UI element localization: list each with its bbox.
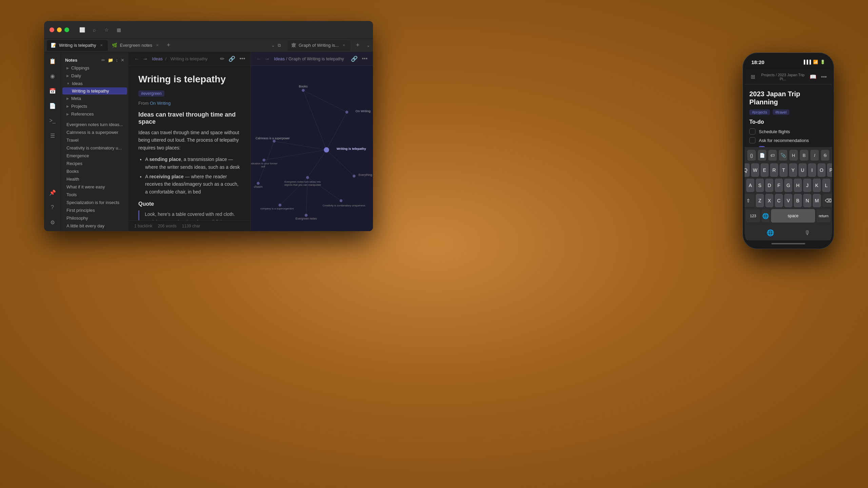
star-icon[interactable]: ☆ [103,26,110,33]
key-p[interactable]: P [827,163,832,177]
iphone-book-icon[interactable]: 📖 [809,73,817,81]
edit-icon[interactable]: ✏ [220,56,224,62]
sidebar-item-tools[interactable]: Tools [62,191,127,199]
tab-evergreen-close[interactable]: ✕ [155,43,160,48]
sidebar-item-true-fans[interactable]: 1,000 true fans [62,230,127,231]
sidebar-item-philosophy[interactable]: Philosophy [62,214,127,222]
back-arrow[interactable]: ← [134,56,140,62]
key-backspace[interactable]: ⌫ [822,194,832,207]
close-button[interactable] [50,27,54,32]
key-m[interactable]: M [813,194,821,207]
kb-italic-icon[interactable]: I [810,150,819,161]
layout-icon[interactable]: ▦ [115,26,122,33]
iphone-globe-icon[interactable]: 🌐 [767,229,774,237]
sidebar-item-calmness[interactable]: Calmness is a superpower [62,128,127,136]
kb-heading-icon[interactable]: H [789,150,798,161]
key-g[interactable]: G [784,179,792,192]
key-t[interactable]: T [780,163,788,177]
kb-bold-icon[interactable]: B [800,150,808,161]
key-return[interactable]: return [816,209,831,223]
key-f[interactable]: F [775,179,783,192]
sidebar-item-writing-telepathy[interactable]: Writing is telepathy [62,87,127,95]
key-shift[interactable]: ⇧ [745,194,754,207]
key-a[interactable]: A [746,179,754,192]
key-j[interactable]: J [803,179,811,192]
new-graph-tab-button[interactable]: + [353,41,362,50]
chevron-down-icon[interactable]: ⌄ [271,43,275,48]
more-icon[interactable]: ••• [239,56,245,62]
kb-attach-icon[interactable]: 📎 [779,150,787,161]
folder-icon[interactable]: 📁 [108,58,113,63]
key-n[interactable]: N [803,194,811,207]
sidebar-item-daily[interactable]: ▶ Daily [62,72,127,80]
sidebar-item-projects[interactable]: ▶ Projects [62,102,127,110]
notes-icon[interactable]: 📋 [48,56,57,66]
note-tag[interactable]: #evergreen [138,90,164,97]
sidebar-item-little-bit[interactable]: A little bit every day [62,222,127,230]
kb-strikethrough-icon[interactable]: S [821,150,829,161]
pin-icon[interactable]: 📌 [48,188,57,197]
tab-evergreen[interactable]: 🌿 Evergreen notes ✕ [108,40,164,51]
todo-item-flights[interactable]: Schedule flights [749,128,827,135]
graph-view-icon[interactable]: ◉ [48,71,57,81]
tab-writing-close[interactable]: ✕ [99,43,104,48]
iphone-tag-travel[interactable]: #travel [773,109,789,115]
key-y[interactable]: Y [789,163,797,177]
key-w[interactable]: W [751,163,759,177]
sidebar-item-meta[interactable]: ▶ Meta [62,95,127,102]
key-d[interactable]: D [765,179,773,192]
tab-graph[interactable]: 🕸 Graph of Writing is... ✕ [288,40,350,51]
key-123[interactable]: 123 [746,209,760,223]
sidebar-toggle-icon[interactable]: ⬜ [79,26,85,33]
tab-graph-close[interactable]: ✕ [341,43,346,48]
link-icon[interactable]: 🔗 [229,56,235,62]
iphone-more-icon[interactable]: ••• [820,73,828,81]
new-tab-button[interactable]: + [164,41,173,50]
key-v[interactable]: V [784,194,792,207]
minimize-button[interactable] [57,27,62,32]
sidebar-item-ideas[interactable]: ▼ Ideas [62,80,127,87]
graph-forward-arrow[interactable]: → [264,56,270,62]
sidebar-item-first-principles[interactable]: First principles [62,206,127,214]
maximize-button[interactable] [64,27,69,32]
settings-icon[interactable]: ⚙ [48,218,57,227]
key-i[interactable]: I [808,163,816,177]
search-icon[interactable]: ⌕ [91,26,98,33]
graph-breadcrumb-home[interactable]: Ideas [274,56,285,61]
sidebar-item-books[interactable]: Books [62,167,127,175]
key-s[interactable]: S [756,179,764,192]
sidebar-item-references[interactable]: ▶ References [62,110,127,118]
key-q[interactable]: Q [745,163,750,177]
key-h[interactable]: H [794,179,802,192]
todo-item-recommendations[interactable]: Ask for recommendations [749,137,827,143]
sort-icon[interactable]: ↕ [116,58,118,63]
iphone-mic-icon[interactable]: 🎙 [804,229,810,237]
key-z[interactable]: Z [756,194,764,207]
graph-content[interactable]: Books On Writing Calmness is a superpowe… [251,66,373,231]
from-link[interactable]: On Writing [150,101,171,106]
list-icon[interactable]: ☰ [48,131,57,140]
graph-link-icon[interactable]: 🔗 [351,56,358,62]
terminal-icon[interactable]: >_ [48,116,57,125]
kb-tag-icon[interactable]: 🏷 [768,150,777,161]
forward-arrow[interactable]: → [142,56,148,62]
key-o[interactable]: O [817,163,826,177]
key-l[interactable]: L [822,179,830,192]
kb-bracket-icon[interactable]: {} [747,150,756,161]
graph-more-icon[interactable]: ••• [362,56,368,62]
todo-checkbox-recommendations[interactable] [749,137,755,143]
todo-checkbox-flights[interactable] [749,128,755,135]
key-r[interactable]: R [770,163,778,177]
key-space[interactable]: space [771,209,815,223]
split-view-icon[interactable]: ⧉ [278,43,281,48]
key-b[interactable]: B [794,194,802,207]
sidebar-item-clippings[interactable]: ▶ Clippings [62,64,127,72]
help-icon[interactable]: ? [48,203,57,212]
key-emoji[interactable]: 🌐 [762,209,770,223]
key-c[interactable]: C [775,194,783,207]
key-x[interactable]: X [765,194,773,207]
breadcrumb-home-link[interactable]: Ideas [152,56,163,61]
backlink-count[interactable]: 1 backlink [134,224,152,228]
key-e[interactable]: E [761,163,769,177]
key-u[interactable]: U [798,163,807,177]
